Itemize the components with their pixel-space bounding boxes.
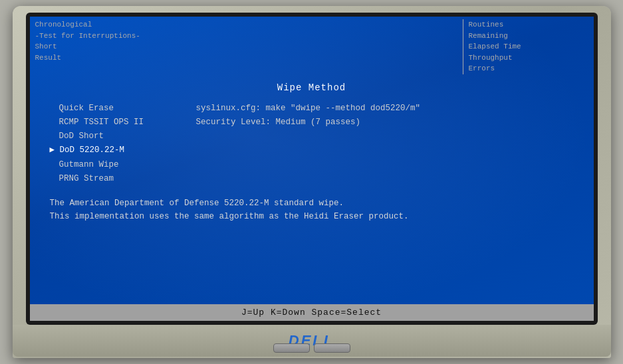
top-menu-right: Routines Remaining Elapsed Time Throughp…	[469, 19, 588, 74]
laptop-bottom: DELL	[13, 325, 611, 357]
screen: Chronological -Test for Interruptions- S…	[30, 17, 594, 321]
list-item[interactable]: PRNG Stream	[50, 172, 183, 186]
list-item[interactable]: Quick Erase	[50, 102, 183, 116]
description-box: The American Department of Defense 5220.…	[50, 197, 574, 223]
wipe-method-list: Quick Erase RCMP TSSIT OPS II DoD Short …	[50, 102, 183, 187]
top-menu: Chronological -Test for Interruptions- S…	[30, 17, 594, 76]
two-column-layout: Quick Erase RCMP TSSIT OPS II DoD Short …	[50, 102, 574, 187]
wipe-method-title: Wipe Method	[50, 81, 574, 95]
description-line2: This implementation uses the same algori…	[50, 210, 574, 223]
info-line1: syslinux.cfg: make "dwipe --method dod52…	[196, 102, 574, 116]
main-content: Wipe Method Quick Erase RCMP TSSIT OPS I…	[30, 76, 594, 304]
top-menu-left: Chronological -Test for Interruptions- S…	[35, 19, 457, 74]
menu-divider	[463, 19, 463, 74]
list-item[interactable]: DoD Short	[50, 130, 183, 143]
description-line1: The American Department of Defense 5220.…	[50, 197, 574, 210]
top-left-line4: Result	[35, 52, 457, 64]
laptop-outer: Chronological -Test for Interruptions- S…	[13, 6, 611, 358]
list-item-selected[interactable]: DoD 5220.22-M	[50, 143, 183, 157]
info-line2: Security Level: Medium (7 passes)	[196, 116, 574, 130]
top-left-line2: -Test for Interruptions-	[35, 31, 457, 42]
top-left-line1: Chronological	[35, 19, 457, 31]
top-right-line2: Remaining	[469, 31, 508, 42]
list-item[interactable]: Gutmann Wipe	[50, 158, 183, 172]
touchpad-buttons	[273, 343, 350, 353]
top-right-line4: Throughput	[469, 52, 513, 64]
screen-bezel: Chronological -Test for Interruptions- S…	[26, 13, 598, 325]
bottom-status-bar: J=Up K=Down Space=Select	[30, 304, 594, 321]
top-right-line1: Routines	[469, 19, 504, 31]
top-right-line5: Errors	[469, 63, 495, 74]
top-right-line3: Elapsed Time	[469, 41, 521, 52]
left-click-button[interactable]	[273, 343, 310, 353]
list-item[interactable]: RCMP TSSIT OPS II	[50, 116, 183, 130]
top-left-line3: Short	[35, 41, 457, 52]
wipe-method-info: syslinux.cfg: make "dwipe --method dod52…	[196, 102, 574, 187]
right-click-button[interactable]	[314, 343, 350, 353]
